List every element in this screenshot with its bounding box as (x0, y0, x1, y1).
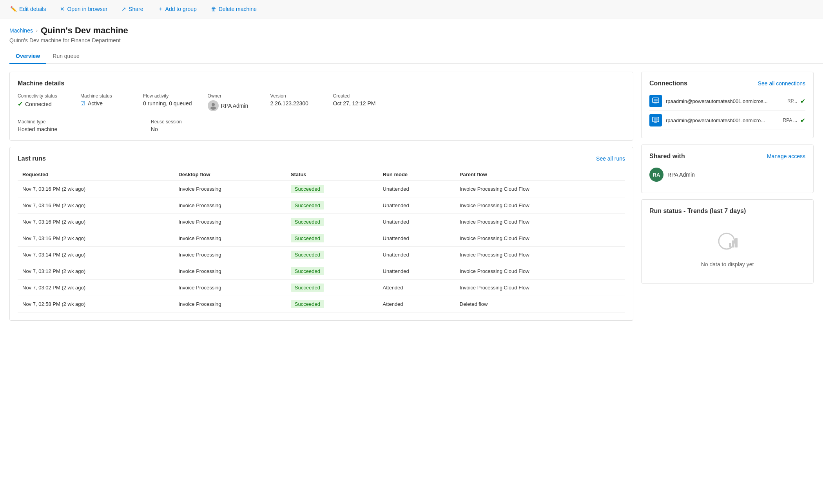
machine-type-item: Machine type Hosted machine (18, 119, 65, 132)
cell-run-mode: Attended (378, 280, 455, 296)
main-layout: Machine details Connectivity status ✔ Co… (0, 64, 823, 329)
page-title: Quinn's Dev machine (41, 25, 128, 36)
no-data-icon (649, 229, 805, 258)
cell-status: Succeeded (286, 280, 378, 296)
svg-rect-13 (735, 238, 738, 247)
delete-icon: 🗑 (211, 6, 216, 12)
machine-type-value: Hosted machine (18, 126, 65, 132)
last-runs-title: Last runs (18, 155, 46, 162)
cell-status: Succeeded (286, 181, 378, 197)
table-row[interactable]: Nov 7, 02:58 PM (2 wk ago) Invoice Proce… (18, 296, 625, 313)
tab-overview[interactable]: Overview (9, 49, 46, 64)
manage-access-link[interactable]: Manage access (767, 153, 805, 159)
tabs-container: Overview Run queue (9, 49, 823, 64)
table-row[interactable]: Nov 7, 03:16 PM (2 wk ago) Invoice Proce… (18, 230, 625, 247)
version-item: Version 2.26.123.22300 (270, 93, 317, 111)
user-name: RPA Admin (667, 172, 695, 178)
breadcrumb-separator: › (36, 28, 38, 33)
shared-with-title: Shared with (649, 153, 685, 160)
last-runs-card: Last runs See all runs Requested Desktop… (9, 147, 633, 321)
col-requested: Requested (18, 168, 174, 181)
details-grid-row2: Machine type Hosted machine Reuse sessio… (18, 119, 625, 132)
cell-desktop-flow: Invoice Processing (174, 247, 286, 263)
cell-status: Succeeded (286, 263, 378, 280)
cell-run-mode: Unattended (378, 230, 455, 247)
cell-desktop-flow: Invoice Processing (174, 280, 286, 296)
connection-right-2: RPA ... ✔ (783, 117, 805, 124)
cell-run-mode: Unattended (378, 247, 455, 263)
owner-value: RPA Admin (208, 100, 255, 111)
see-all-runs-link[interactable]: See all runs (596, 155, 625, 162)
cell-parent-flow: Invoice Processing Cloud Flow (455, 280, 625, 296)
table-row[interactable]: Nov 7, 03:12 PM (2 wk ago) Invoice Proce… (18, 263, 625, 280)
shared-with-header: Shared with Manage access (649, 153, 805, 160)
table-row[interactable]: Nov 7, 03:14 PM (2 wk ago) Invoice Proce… (18, 247, 625, 263)
reuse-session-value: No (151, 126, 198, 132)
cell-run-mode: Unattended (378, 214, 455, 230)
left-column: Machine details Connectivity status ✔ Co… (9, 72, 633, 321)
connection-right-1: RP... ✔ (787, 98, 805, 105)
connectivity-label: Connectivity status (18, 93, 65, 99)
connection-check-1: ✔ (800, 98, 805, 105)
cell-requested: Nov 7, 03:02 PM (2 wk ago) (18, 280, 174, 296)
created-value: Oct 27, 12:12 PM (333, 100, 380, 107)
breadcrumb: Machines › Quinn's Dev machine (9, 25, 814, 36)
runs-table: Requested Desktop flow Status Run mode P… (18, 168, 625, 313)
col-parent-flow: Parent flow (455, 168, 625, 181)
cell-status: Succeeded (286, 214, 378, 230)
cell-parent-flow: Invoice Processing Cloud Flow (455, 247, 625, 263)
connectivity-value: ✔ Connected (18, 100, 65, 108)
breadcrumb-parent[interactable]: Machines (9, 27, 33, 34)
col-desktop-flow: Desktop flow (174, 168, 286, 181)
machine-status-value: ☑ Active (80, 100, 127, 107)
page-subtitle: Quinn's Dev machine for Finance Departme… (9, 37, 814, 43)
share-icon: ↗ (121, 6, 126, 12)
connection-item-1: rpaadmin@powerautomatesh001.onmicros... … (649, 92, 805, 111)
cell-desktop-flow: Invoice Processing (174, 263, 286, 280)
connection-email-2: rpaadmin@powerautomatesh001.onmicro... (666, 117, 779, 123)
reuse-session-item: Reuse session No (151, 119, 198, 132)
cell-run-mode: Unattended (378, 181, 455, 197)
svg-point-0 (212, 103, 215, 106)
col-run-mode: Run mode (378, 168, 455, 181)
connected-icon: ✔ (18, 100, 23, 108)
svg-rect-11 (729, 243, 731, 247)
owner-avatar (208, 100, 219, 111)
reuse-session-label: Reuse session (151, 119, 198, 125)
cell-parent-flow: Invoice Processing Cloud Flow (455, 263, 625, 280)
table-row[interactable]: Nov 7, 03:16 PM (2 wk ago) Invoice Proce… (18, 214, 625, 230)
connection-check-2: ✔ (800, 117, 805, 124)
see-all-connections-link[interactable]: See all connections (758, 80, 805, 87)
machine-details-card: Machine details Connectivity status ✔ Co… (9, 72, 633, 141)
table-row[interactable]: Nov 7, 03:02 PM (2 wk ago) Invoice Proce… (18, 280, 625, 296)
svg-rect-3 (654, 99, 658, 101)
cell-status: Succeeded (286, 197, 378, 214)
tab-run-queue[interactable]: Run queue (46, 49, 86, 64)
connection-email-1: rpaadmin@powerautomatesh001.onmicros... (666, 98, 783, 104)
add-to-group-button[interactable]: ＋ Add to group (155, 4, 199, 14)
cell-run-mode: Unattended (378, 263, 455, 280)
table-header-row: Requested Desktop flow Status Run mode P… (18, 168, 625, 181)
trends-section: No data to display yet (649, 221, 805, 275)
delete-machine-button[interactable]: 🗑 Delete machine (208, 4, 259, 14)
share-button[interactable]: ↗ Share (119, 4, 145, 14)
open-browser-button[interactable]: ✕ Open in browser (58, 4, 110, 14)
connections-header: Connections See all connections (649, 80, 805, 87)
table-row[interactable]: Nov 7, 03:16 PM (2 wk ago) Invoice Proce… (18, 197, 625, 214)
cell-status: Succeeded (286, 296, 378, 313)
version-value: 2.26.123.22300 (270, 100, 317, 107)
details-grid: Connectivity status ✔ Connected Machine … (18, 93, 625, 111)
svg-rect-12 (732, 240, 734, 247)
table-row[interactable]: Nov 7, 03:16 PM (2 wk ago) Invoice Proce… (18, 181, 625, 197)
run-status-card: Run status - Trends (last 7 days) No dat… (641, 199, 814, 284)
cell-parent-flow: Invoice Processing Cloud Flow (455, 197, 625, 214)
cell-requested: Nov 7, 03:14 PM (2 wk ago) (18, 247, 174, 263)
edit-details-button[interactable]: ✏️ Edit details (8, 4, 48, 14)
no-data-text: No data to display yet (649, 261, 805, 267)
connection-item-2: rpaadmin@powerautomatesh001.onmicro... R… (649, 111, 805, 130)
active-icon: ☑ (80, 100, 85, 107)
open-browser-icon: ✕ (60, 6, 65, 12)
machine-type-label: Machine type (18, 119, 65, 125)
svg-point-1 (210, 107, 216, 110)
created-item: Created Oct 27, 12:12 PM (333, 93, 380, 111)
